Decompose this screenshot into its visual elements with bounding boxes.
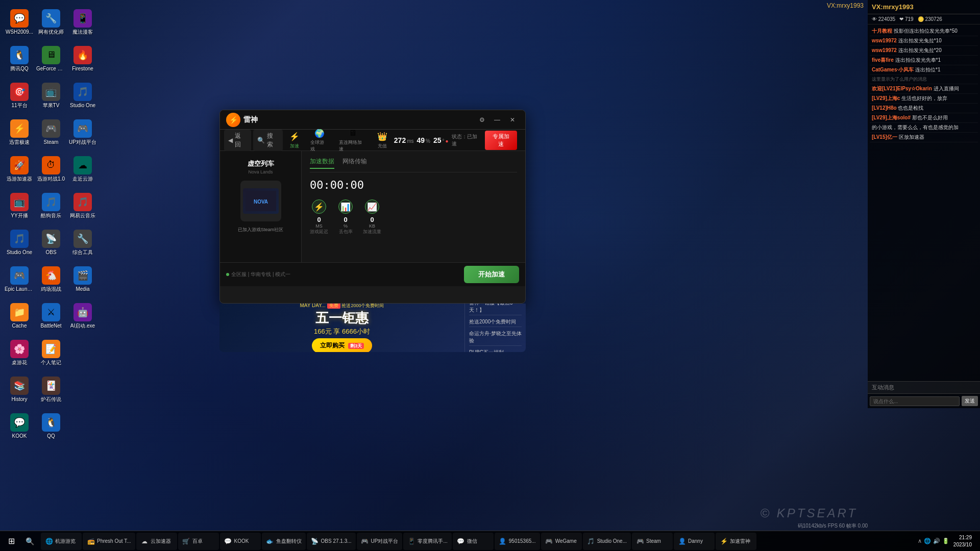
minimize-button[interactable]: — [491, 115, 504, 125]
tab-global-games[interactable]: 🌍 全球游戏 [306, 127, 333, 154]
desktop-icon-tencent-qq[interactable]: 🐧 腾讯QQ [4, 41, 35, 77]
desktop-icon-up[interactable]: 🎮 UP对战平台 [67, 114, 98, 150]
tray-battery-icon: 🔋 [942, 538, 949, 544]
desktop-icon-ai[interactable]: 🤖 AI启动.exe [67, 298, 98, 334]
desktop-icon-kugou[interactable]: 🎵 酷狗音乐 [36, 188, 66, 223]
taskbar-item-user[interactable]: 👤 95015365... [495, 533, 540, 550]
global-icon: 🌍 [314, 128, 325, 139]
chat-send-button[interactable]: 发送 [962, 396, 978, 406]
desktop-icon-studio2[interactable]: 🎵 Studio One [67, 78, 98, 113]
desktop-icon-netease-music[interactable]: 🎵 网易云音乐 [67, 188, 98, 223]
desktop-icon-flower[interactable]: 🌸 桌游花 [4, 335, 35, 370]
taskbar-item-fish[interactable]: 🐟 鱼盘翻转仪 [262, 533, 306, 550]
phresh-taskbar-label: Phresh Out T... [97, 538, 131, 544]
desktop-icon-network[interactable]: 🔧 网有优化师 [36, 4, 66, 40]
desktop-icon-accelerator[interactable]: 🚀 迅游加速器 [4, 151, 35, 187]
desktop-icon-wsh[interactable]: 💬 WSH2009... [4, 4, 35, 40]
wegame-taskbar-label: WeGame [555, 538, 577, 544]
direct-connect-icon: 🖥 [347, 128, 358, 139]
chat-input-area[interactable]: 发送 [868, 393, 980, 408]
taskbar-item-danny[interactable]: 👤 Danny [674, 533, 715, 550]
settings-button[interactable]: ⚙ [475, 115, 488, 125]
nav-search-button[interactable]: 🔍 搜索 [253, 130, 283, 151]
chat-messages: 十月教程 投影但连出拍位发光先奉*50 wsw19972 连出拍发光兔拉*10 … [868, 24, 980, 381]
desktop-icon-qq2[interactable]: 🐧 QQ [36, 408, 66, 444]
chat-msg-10: 的小游戏，需要么么，有也是感觉的加 [870, 123, 978, 133]
steam-link-text[interactable]: 已加入游戏Steam社区 [238, 227, 283, 233]
taskbar-item-baidu[interactable]: 🛒 百卓 [178, 533, 219, 550]
obs-taskbar-label: OBS 27.1.3... [321, 538, 352, 544]
desktop-icon-xunjian[interactable]: ⏱ 迅游对战1.0 [36, 151, 66, 187]
ad-right-item-3[interactable]: 命运方舟·梦晓之至先体验 [469, 329, 522, 346]
desktop-icon-studio-one[interactable]: 🎵 Studio One [4, 224, 35, 260]
exclusive-accel-button[interactable]: 专属加速 [485, 131, 517, 150]
traffic-label: 加速流量 [363, 229, 381, 235]
user-taskbar-icon: 👤 [499, 537, 507, 545]
desktop-icon-hearthstone[interactable]: 🃏 炉石传说 [36, 371, 66, 407]
desktop-icon-kook[interactable]: 💬 KOOK [4, 408, 35, 444]
taskbar-item-wegame[interactable]: 🎮 WeGame [541, 533, 582, 550]
tab-recharge[interactable]: 👑 充值 [373, 130, 392, 151]
desktop-icon-yy[interactable]: 📺 YY开播 [4, 188, 35, 223]
wechat-taskbar-icon: 💬 [457, 537, 465, 545]
tab-direct-connect[interactable]: 🖥 直连网络加速 [335, 127, 371, 154]
taskbar-item-wechat[interactable]: 💬 微信 [453, 533, 494, 550]
chat-msg-6: 欢迎[LV21]ElPsy☆Okarin 进入直播间 [870, 84, 978, 94]
desktop-icon-obs[interactable]: 📡 OBS [36, 224, 66, 260]
desktop-icon-manga[interactable]: 📱 魔法漫客 [67, 4, 98, 40]
back-chevron-icon: ◀ [228, 137, 233, 144]
desktop-icon-tools[interactable]: 🔧 综合工具 [67, 224, 98, 260]
game-stats-panel: 加速数据 网络传输 00:00:00 ⚡ 0 MS 游戏延迟 📊 0 % 丢包率 [302, 151, 525, 262]
taskbar-item-cloud-accel[interactable]: ☁ 云加速器 [136, 533, 177, 550]
ad-right-item-1[interactable]: 雷神一钻服【最后3天！】 [469, 304, 522, 315]
taskbar-item-phresh[interactable]: 📻 Phresh Out T... [83, 533, 135, 550]
taskbar-item-studio[interactable]: 🎵 Studio One... [583, 533, 631, 550]
desktop-icon-cache[interactable]: 📁 Cache [4, 298, 35, 334]
panel-divider-label: 互动消息 [868, 381, 980, 393]
desktop-icon-media[interactable]: 🎬 Media [67, 261, 98, 297]
tab-acceleration[interactable]: ⚡ 加速 [285, 130, 304, 151]
desktop-icon-xunlei[interactable]: ⚡ 迅雷极速 [4, 114, 35, 150]
desktop-icon-notes[interactable]: 📝 个人笔记 [36, 335, 66, 370]
desktop-icon-11[interactable]: 🎯 11平台 [4, 78, 35, 113]
desktop-icon-epic[interactable]: 🎮 Epic Launcher [4, 261, 35, 297]
desktop-icon-ji[interactable]: 🐔 鸡场混战 [36, 261, 66, 297]
kook-taskbar-label: KOOK [234, 538, 249, 544]
desktop-icon-geforce[interactable]: 🖥 GeForce Experience [36, 41, 66, 77]
start-acceleration-button[interactable]: 开始加速 [464, 266, 519, 283]
back-label: 返回 [235, 132, 247, 149]
game-subtitle: Nova Lands [248, 169, 273, 174]
taskbar-item-browser[interactable]: 🌐 机游游览 [41, 533, 82, 550]
system-tray-icons: ∧ 🌐 🔊 🔋 [918, 538, 949, 544]
app-window: ⚡ 雷神 ⚙ — ✕ ◀ 返回 🔍 搜索 ⚡ 加速 🌍 全球游戏 🖥 直连网络加… [219, 110, 526, 304]
ad-right-item-4[interactable]: PUBG五一福利 [469, 348, 522, 353]
taskbar-item-leishen[interactable]: ⚡ 加速雷神 [716, 533, 756, 550]
chat-msg-11: [LV15]亿一 区放加速器 [870, 133, 978, 142]
taskbar-item-tencent-mobile[interactable]: 📱 零度腾讯手... [403, 533, 451, 550]
close-button[interactable]: ✕ [506, 115, 519, 125]
baidu-taskbar-icon: 🛒 [182, 537, 190, 545]
ad-right-item-2[interactable]: 抢送2000个免费时间 [469, 317, 522, 327]
traffic-icon: 📈 [365, 199, 379, 214]
chat-input[interactable] [870, 396, 960, 406]
start-button[interactable]: ⊞ [2, 532, 20, 550]
percent-stat: 49 % [417, 136, 430, 144]
nav-back-button[interactable]: ◀ 返回 [224, 130, 251, 151]
desktop-icon-firestone[interactable]: 🔥 Firestone [67, 41, 98, 77]
chat-msg-7: [LV29]上海c 生活也好好的，放弃 [870, 94, 978, 104]
desktop-icon-battlenet[interactable]: ⚔ BattleNet [36, 298, 66, 334]
tray-up-arrow-icon[interactable]: ∧ [918, 538, 922, 544]
ad-buy-button[interactable]: 立即购买 剩3天 [312, 338, 372, 352]
desktop-icon-steam[interactable]: 🎮 Steam [36, 114, 66, 150]
taskbar-item-up[interactable]: 🎮 UP对战平台 [357, 533, 403, 550]
desktop-icon-cloud[interactable]: ☁ 走近云游 [67, 151, 98, 187]
taskbar-item-kook[interactable]: 💬 KOOK [220, 533, 261, 550]
taskbar-search-button[interactable]: 🔍 [20, 532, 39, 550]
desktop-icon-appletv[interactable]: 📺 苹果TV [36, 78, 66, 113]
taskbar-item-steam[interactable]: 🎮 Steam [632, 533, 673, 550]
taskbar-item-obs[interactable]: 📡 OBS 27.1.3... [307, 533, 356, 550]
desktop-icon-history[interactable]: 📚 History [4, 371, 35, 407]
tab-accel-data[interactable]: 加速数据 [310, 157, 334, 169]
title-bar: ⚡ 雷神 ⚙ — ✕ [220, 110, 525, 130]
tab-network-transfer[interactable]: 网络传输 [342, 157, 367, 169]
